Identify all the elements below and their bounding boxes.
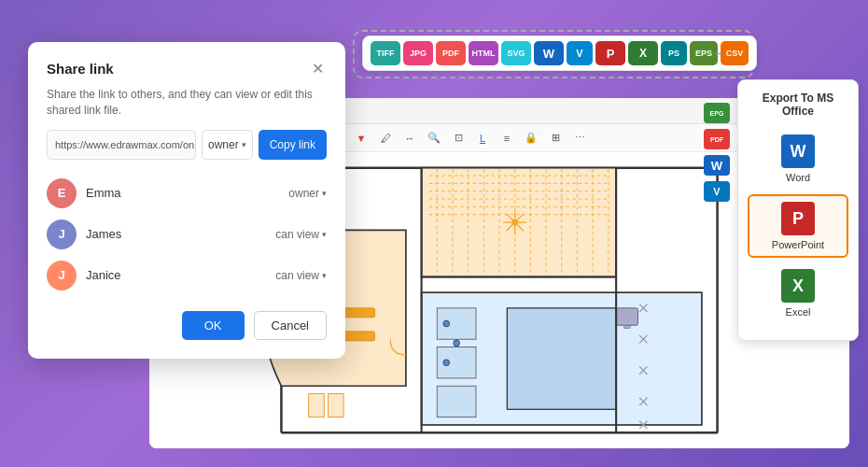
share-link-dialog: Share link ✕ Share the link to others, a… <box>28 42 345 359</box>
zoom-tool[interactable]: 🔍 <box>424 128 444 149</box>
emma-role-select[interactable]: owner ▾ <box>288 187 327 200</box>
pdf-side-icon[interactable]: PDF <box>704 129 730 149</box>
export-panel: Export To MS Office W Word P PowerPoint … <box>737 79 859 341</box>
image-tool[interactable]: ⊡ <box>448 128 469 149</box>
chevron-down-icon: ▾ <box>322 189 327 198</box>
ok-button[interactable]: OK <box>182 311 245 340</box>
ppt-export-label: PowerPoint <box>772 239 824 250</box>
word-side-icon[interactable]: W <box>704 155 730 176</box>
svg-point-30 <box>443 320 450 327</box>
frame-tool[interactable]: ⊞ <box>545 128 566 149</box>
word-btn[interactable]: W <box>534 41 564 65</box>
svg-point-31 <box>443 360 450 366</box>
janice-role-select[interactable]: can view ▾ <box>275 269 327 282</box>
permission-select[interactable]: owner ▾ <box>202 130 253 160</box>
user-row-james: J James can view ▾ <box>47 214 327 255</box>
svg-rect-26 <box>507 308 616 409</box>
dialog-subtitle: Share the link to others, and they can v… <box>47 87 327 119</box>
user-row-emma: E Emma owner ▾ <box>47 173 327 214</box>
svg-rect-48 <box>328 394 343 417</box>
export-left-icons: EPG PDF W V <box>704 103 730 202</box>
fill-tool[interactable]: ▼ <box>351 128 371 149</box>
janice-name: Janice <box>86 268 266 282</box>
export-word-item[interactable]: W Word <box>748 127 848 191</box>
svg-point-32 <box>454 340 460 347</box>
ppt-btn[interactable]: P <box>595 41 625 65</box>
line-tool[interactable]: ↔ <box>399 128 420 149</box>
excel-export-label: Excel <box>786 306 811 318</box>
james-name: James <box>86 227 266 241</box>
ps-btn[interactable]: PS <box>661 41 687 65</box>
jpg-btn[interactable]: JPG <box>403 41 433 65</box>
pdf-btn[interactable]: PDF <box>436 41 466 65</box>
word-export-icon: W <box>781 134 815 168</box>
file-format-bar: TIFF JPG PDF HTML SVG W V P X PS EPS CSV <box>362 35 757 71</box>
cancel-button[interactable]: Cancel <box>254 311 327 340</box>
james-role-select[interactable]: can view ▾ <box>275 228 327 241</box>
word-export-label: Word <box>786 172 810 183</box>
link-input[interactable]: https://www.edrawmax.com/online/fil... <box>47 130 196 160</box>
excel-btn[interactable]: X <box>628 41 658 65</box>
chevron-down-icon: ▾ <box>322 271 327 280</box>
tiff-btn[interactable]: TIFF <box>371 41 400 65</box>
dialog-title: Share link <box>47 61 114 77</box>
chevron-down-icon: ▾ <box>322 230 327 239</box>
svg-rect-44 <box>623 325 630 328</box>
svg-btn[interactable]: SVG <box>501 41 531 65</box>
arrow-indicator: ← <box>711 42 730 64</box>
pen-tool[interactable]: 🖊 <box>375 128 396 149</box>
james-avatar: J <box>47 219 77 249</box>
ruler-tool[interactable]: ≡ <box>497 128 517 149</box>
export-panel-title: Export To MS Office <box>748 92 848 118</box>
emma-avatar: E <box>47 178 77 208</box>
more-tool[interactable]: ⋯ <box>569 128 590 149</box>
dialog-buttons: OK Cancel <box>47 311 327 340</box>
export-ppt-item[interactable]: P PowerPoint <box>748 194 848 258</box>
dialog-header: Share link ✕ <box>47 59 327 78</box>
copy-link-button[interactable]: Copy link <box>259 130 327 160</box>
close-button[interactable]: ✕ <box>308 59 327 78</box>
lock-tool[interactable]: 🔒 <box>521 128 541 149</box>
user-row-janice: J Janice can view ▾ <box>47 255 327 296</box>
svg-rect-43 <box>616 308 637 325</box>
svg-rect-47 <box>309 394 325 417</box>
visio-btn[interactable]: V <box>567 41 593 65</box>
visio-side-icon[interactable]: V <box>704 181 730 202</box>
chevron-down-icon: ▾ <box>242 140 246 149</box>
epg-icon[interactable]: EPG <box>704 103 730 123</box>
janice-avatar: J <box>47 261 77 290</box>
link-row: https://www.edrawmax.com/online/fil... o… <box>47 130 327 160</box>
emma-name: Emma <box>86 186 279 200</box>
line2-tool[interactable]: L <box>472 128 493 149</box>
svg-point-24 <box>511 219 518 226</box>
excel-export-icon: X <box>781 269 815 303</box>
export-excel-item[interactable]: X Excel <box>748 262 848 325</box>
ppt-export-icon: P <box>781 202 815 235</box>
svg-rect-29 <box>437 386 476 417</box>
html-btn[interactable]: HTML <box>469 41 498 65</box>
